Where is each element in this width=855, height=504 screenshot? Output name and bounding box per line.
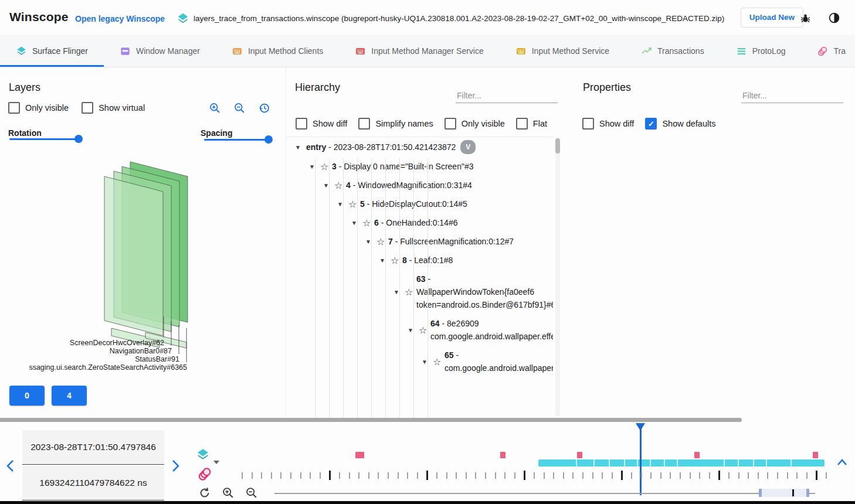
- ruler-tick: [280, 472, 281, 479]
- pin-star-icon[interactable]: ☆: [334, 180, 346, 191]
- prev-entry-icon[interactable]: [5, 458, 18, 474]
- tab-input-method-manager-service[interactable]: Input Method Manager Service: [339, 35, 499, 67]
- upload-new-button[interactable]: Upload New: [741, 8, 803, 28]
- pin-star-icon[interactable]: ☆: [362, 217, 374, 229]
- tree-node[interactable]: ▼☆8 - Leaf:0:1#8: [286, 251, 553, 270]
- transition-marker[interactable]: [500, 452, 505, 458]
- ruler-tick: [690, 472, 691, 479]
- ruler-tick: [378, 472, 379, 479]
- transition-marker[interactable]: [355, 452, 364, 458]
- tree-node[interactable]: ▼☆65 - com.google.android.wallpaper.effe…: [286, 346, 553, 377]
- ruler-tick: [514, 472, 515, 479]
- entry-gap: [766, 459, 767, 466]
- hierarchy-tree: ▼entry - 2023-08-28T17:01:50.421423872V▼…: [286, 137, 553, 418]
- ruler-tick: [534, 472, 535, 479]
- scrollbar-thumb[interactable]: [555, 138, 560, 154]
- trace-selector-caret-icon[interactable]: [213, 461, 219, 464]
- entry-gap: [637, 459, 638, 466]
- timeline-cursor-handle[interactable]: [636, 423, 645, 431]
- timeline-zoom-in-icon[interactable]: [222, 486, 235, 502]
- layer-rect[interactable]: [104, 176, 163, 336]
- entry-gap: [593, 459, 595, 466]
- header: Winscope Open legacy Winscope layers_tra…: [0, 0, 855, 35]
- timeline-zoom-out-icon[interactable]: [245, 486, 258, 502]
- node-label: 4 - WindowedMagnification:0:31#4: [346, 179, 472, 192]
- display-0-button[interactable]: 0: [9, 386, 45, 406]
- checkbox-show-diff[interactable]: Show diff: [296, 118, 347, 130]
- checkbox-box[interactable]: [516, 118, 528, 130]
- transition-marker[interactable]: [813, 452, 818, 458]
- pin-star-icon[interactable]: ☆: [391, 255, 402, 266]
- checkbox-show-defaults[interactable]: ✓Show defaults: [645, 118, 715, 130]
- collapse-timeline-icon[interactable]: [835, 456, 849, 469]
- next-entry-icon[interactable]: [169, 458, 182, 474]
- timestamp-human-field[interactable]: 2023-08-28T17:01:50.4797846: [22, 430, 164, 465]
- ruler-tick: [553, 472, 554, 479]
- tree-node[interactable]: ▼☆63 - WallpaperWindowToken{fa0eef6 toke…: [286, 270, 553, 314]
- transition-trace-icon[interactable]: [197, 466, 212, 484]
- display-4-button[interactable]: 4: [52, 386, 87, 406]
- checkbox-box[interactable]: [296, 118, 307, 130]
- checkbox-flat[interactable]: Flat: [516, 118, 547, 130]
- ruler-tick: [660, 472, 661, 479]
- ruler-tick: [572, 472, 574, 479]
- surface-flinger-entries-bar[interactable]: [538, 459, 825, 466]
- tree-node[interactable]: ▼☆3 - Display 0 name="Built-in Screen"#3: [286, 157, 553, 176]
- tree-node[interactable]: ▼entry - 2023-08-28T17:01:50.421423872V: [286, 137, 553, 157]
- hierarchy-scrollbar[interactable]: [555, 138, 560, 416]
- open-legacy-winscope-link[interactable]: Open legacy Winscope: [75, 14, 165, 23]
- zoom-range-thumb[interactable]: [761, 489, 808, 497]
- checkbox-box[interactable]: [358, 118, 370, 130]
- checkbox-box[interactable]: [445, 118, 456, 130]
- zoom-range-right-handle[interactable]: [806, 489, 809, 497]
- tree-node[interactable]: ▼☆7 - FullscreenMagnification:0:12#7: [286, 232, 553, 251]
- pin-star-icon[interactable]: ☆: [433, 356, 445, 367]
- pin-star-icon[interactable]: ☆: [376, 236, 388, 247]
- properties-filter-input[interactable]: [741, 88, 843, 103]
- tab-label: Tra: [833, 46, 845, 56]
- dark-mode-toggle-icon[interactable]: [828, 12, 840, 26]
- timestamp-ns-field[interactable]: 1693242110479784622 ns: [22, 466, 164, 500]
- tree-node[interactable]: ▼☆5 - HideDisplayCutout:0:14#5: [286, 195, 553, 213]
- tree-node[interactable]: ▼☆64 - 8e26909 com.google.android.wallpa…: [286, 314, 553, 346]
- timeline-cursor[interactable]: [640, 424, 642, 495]
- tree-indent-guide: [315, 158, 315, 418]
- pin-star-icon[interactable]: ☆: [348, 199, 360, 210]
- zoom-range-left-handle[interactable]: [759, 489, 762, 497]
- tab-window-manager[interactable]: Window Manager: [104, 35, 216, 67]
- tab-label: Input Method Clients: [248, 46, 323, 56]
- reset-zoom-icon[interactable]: [198, 486, 211, 502]
- layers-icon: [16, 46, 27, 57]
- tab-label: Input Method Service: [532, 46, 609, 56]
- tab-transactions[interactable]: Transactions: [625, 35, 720, 67]
- expander-icon[interactable]: ▼: [293, 144, 303, 151]
- pin-star-icon[interactable]: ☆: [405, 287, 416, 298]
- ruler-tick: [475, 472, 476, 479]
- pin-star-icon[interactable]: ☆: [419, 325, 430, 336]
- checkbox-simplify-names[interactable]: Simplify names: [358, 118, 433, 130]
- zoom-range-track[interactable]: [274, 493, 815, 494]
- hierarchy-filter-input[interactable]: [456, 88, 558, 103]
- horizontal-scrollbar[interactable]: [0, 418, 742, 422]
- pin-star-icon[interactable]: ☆: [320, 161, 332, 172]
- ruler-tick: [417, 472, 418, 479]
- bug-report-icon[interactable]: [799, 12, 812, 27]
- tree-node[interactable]: ▼☆6 - OneHanded:0:14#6: [286, 213, 553, 232]
- tab-input-method-service[interactable]: Input Method Service: [500, 35, 625, 67]
- surface-flinger-trace-icon[interactable]: [196, 448, 210, 464]
- tab-tra[interactable]: Tra: [801, 35, 855, 67]
- checkbox-box[interactable]: [582, 118, 594, 130]
- tree-node[interactable]: ▼☆4 - WindowedMagnification:0:31#4: [286, 176, 553, 195]
- transition-marker[interactable]: [694, 452, 700, 458]
- tab-surface-flinger[interactable]: Surface Flinger: [0, 35, 104, 67]
- keyboard-icon: [355, 46, 366, 57]
- checkbox-box[interactable]: ✓: [645, 118, 657, 130]
- checkbox-show-diff[interactable]: Show diff: [582, 118, 634, 130]
- checkbox-label: Show defaults: [662, 119, 715, 128]
- tree-indent-guide: [357, 158, 358, 418]
- transition-marker[interactable]: [577, 452, 582, 458]
- tab-protolog[interactable]: ProtoLog: [720, 35, 802, 67]
- checkbox-only-visible[interactable]: Only visible: [445, 118, 505, 130]
- tab-input-method-clients[interactable]: Input Method Clients: [216, 35, 339, 67]
- layer-rect-label: ssaging.ui.search.ZeroStateSearchActivit…: [29, 363, 187, 372]
